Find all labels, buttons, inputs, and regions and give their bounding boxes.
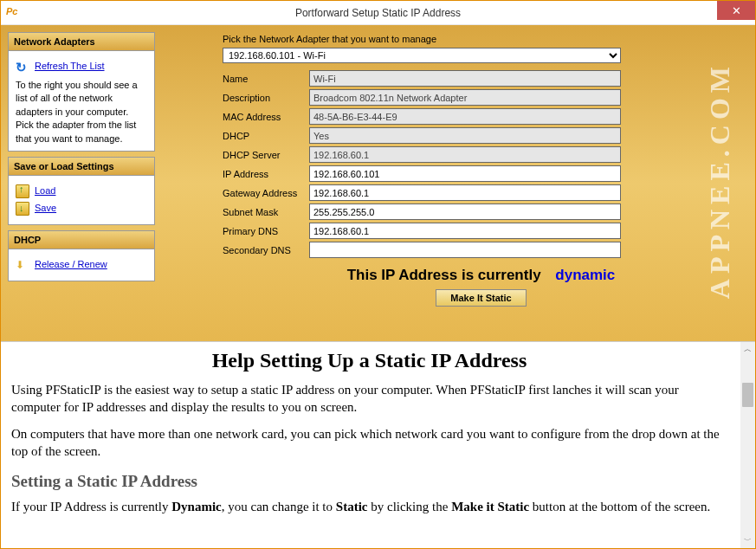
adapters-help-text: To the right you should see a list of al…: [16, 79, 147, 145]
ip-field[interactable]: [309, 165, 621, 182]
help-p2: On computers that have more than one net…: [11, 425, 727, 461]
panel-body: Refresh The List To the right you should…: [9, 51, 154, 151]
panel-dhcp: DHCP Release / Renew: [8, 230, 155, 281]
panel-body: Load Save: [9, 176, 154, 224]
label-dhcp-server: DHCP Server: [223, 150, 309, 160]
sidebar: Network Adapters Refresh The List To the…: [8, 32, 155, 334]
refresh-row: Refresh The List: [16, 60, 147, 74]
main-area: Network Adapters Refresh The List To the…: [1, 25, 755, 341]
scroll-down-button[interactable]: ﹀: [740, 533, 755, 548]
release-row: Release / Renew: [16, 258, 147, 272]
label-dhcp: DHCP: [223, 131, 309, 141]
name-field: [309, 70, 621, 87]
mac-field: [309, 108, 621, 125]
scrollbar[interactable]: ︿ ﹀: [740, 342, 755, 548]
folder-open-icon: [16, 184, 29, 198]
gateway-field[interactable]: [309, 184, 621, 201]
load-link[interactable]: Load: [35, 184, 55, 197]
refresh-link[interactable]: Refresh The List: [35, 60, 105, 73]
label-dns2: Secondary DNS: [223, 245, 309, 255]
close-button[interactable]: ✕: [717, 1, 755, 20]
help-p1: Using PFStaticIP is the easiest way to s…: [11, 381, 727, 417]
label-name: Name: [223, 74, 309, 84]
help-content: Help Setting Up a Static IP Address Usin…: [1, 342, 755, 548]
dns2-field[interactable]: [309, 242, 621, 258]
panel-header: Save or Load Settings: [9, 158, 154, 176]
status-value: dynamic: [555, 267, 615, 283]
scroll-up-button[interactable]: ︿: [740, 342, 755, 357]
dhcp-server-field: [309, 146, 621, 163]
close-icon: ✕: [732, 4, 741, 17]
dns1-field[interactable]: [309, 223, 621, 239]
folder-save-icon: [16, 202, 29, 216]
make-static-button[interactable]: Make It Static: [436, 289, 526, 307]
titlebar: Pc Portforward Setup Static IP Address ✕: [1, 1, 755, 25]
status-line: This IP Address is currently dynamic: [223, 267, 740, 284]
release-renew-link[interactable]: Release / Renew: [35, 258, 107, 271]
label-description: Description: [223, 93, 309, 103]
help-p3: If your IP Address is currently Dynamic,…: [11, 498, 727, 515]
save-link[interactable]: Save: [35, 202, 56, 215]
release-icon: [16, 258, 29, 272]
help-title: Help Setting Up a Static IP Address: [11, 349, 727, 372]
description-field: [309, 89, 621, 106]
panel-save-load: Save or Load Settings Load Save: [8, 157, 155, 225]
help-h2: Setting a Static IP Address: [11, 472, 727, 491]
panel-body: Release / Renew: [9, 249, 154, 281]
scroll-thumb[interactable]: [742, 383, 753, 407]
load-row: Load: [16, 184, 147, 198]
label-ip: IP Address: [223, 169, 309, 179]
label-gateway: Gateway Address: [223, 188, 309, 198]
status-prefix: This IP Address is currently: [347, 267, 541, 283]
label-mac: MAC Address: [223, 112, 309, 122]
panel-network-adapters: Network Adapters Refresh The List To the…: [8, 32, 155, 152]
panel-header: DHCP: [9, 231, 154, 249]
label-subnet: Subnet Mask: [223, 207, 309, 217]
adapter-prompt: Pick the Network Adapter that you want t…: [223, 34, 740, 44]
refresh-icon: [16, 60, 29, 74]
panel-header: Network Adapters: [9, 33, 154, 51]
label-dns1: Primary DNS: [223, 226, 309, 236]
app-icon: Pc: [6, 6, 20, 20]
window-title: Portforward Setup Static IP Address: [1, 7, 755, 19]
adapter-select[interactable]: 192.168.60.101 - Wi-Fi: [223, 48, 621, 63]
scroll-track[interactable]: [740, 357, 755, 533]
save-row: Save: [16, 202, 147, 216]
app-window: Pc Portforward Setup Static IP Address ✕…: [0, 0, 756, 549]
subnet-field[interactable]: [309, 203, 621, 220]
content-area: APPNEE.COM Pick the Network Adapter that…: [162, 32, 748, 334]
help-area: Help Setting Up a Static IP Address Usin…: [1, 341, 755, 548]
dhcp-field: [309, 127, 621, 144]
